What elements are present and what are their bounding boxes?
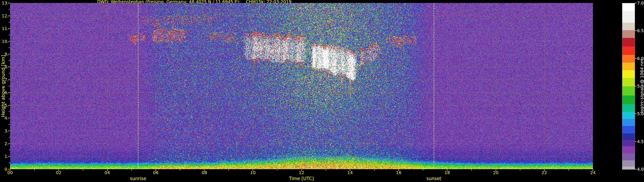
y-minor-tick-mark [9,163,10,163]
x-minor-tick-mark [180,169,180,171]
x-tick-label: 02 [54,170,63,175]
y-tick-label: 7. [0,77,8,82]
y-minor-tick-mark [9,9,10,10]
y-minor-tick-mark [9,111,10,112]
x-tick-label: 20 [491,170,500,175]
y-tick-label: 12. [0,13,8,18]
colorbar-tick-mark [635,113,636,114]
y-minor-tick-mark [9,150,10,150]
colorbar-tick-label: 5.5 [637,84,644,89]
colorbar [622,3,635,170]
y-minor-tick-mark [9,22,10,22]
heatmap-plot-area [10,3,593,169]
x-axis-label: Time [UTC] [289,176,314,181]
y-minor-tick-mark [9,73,10,74]
colorbar-tick-label: 6.5 [637,28,644,33]
y-tick-label: 3. [0,128,8,133]
x-tick-label: 00 [5,170,15,175]
y-minor-tick-mark [9,99,10,99]
colorbar-tick-label: 4.5 [637,139,644,144]
colorbar-tick-mark [635,3,636,3]
y-tick-label: 9. [0,52,8,57]
y-tick-label: 13. [0,1,8,5]
y-tick-label: 6. [0,90,8,95]
x-minor-tick-mark [374,169,374,171]
y-tick-label: 8. [0,65,8,69]
x-tick-label: 10 [248,170,258,175]
x-tick-label: 04 [102,170,112,175]
x-minor-tick-mark [228,169,229,171]
sunset-annotation: sunset [426,176,441,181]
x-minor-tick-mark [326,169,326,171]
y-minor-tick-mark [9,48,10,48]
colorbar-tick-mark [635,30,636,31]
y-minor-tick-mark [9,124,10,125]
y-tick-label: 2. [0,141,8,146]
x-minor-tick-mark [132,169,132,171]
x-tick-label: 22 [540,170,549,175]
y-minor-tick-mark [9,60,10,61]
y-tick-label: 11. [0,26,8,31]
x-minor-tick-mark [520,169,520,171]
y-tick-label: 5. [0,103,8,108]
sunrise-annotation: sunrise [130,176,146,181]
colorbar-tick-label: 5.0 [637,111,644,116]
y-tick-label: 1. [0,154,8,159]
x-tick-label: 18 [442,170,452,175]
y-tick-label: 10. [0,39,8,44]
colorbar-tick-label: 4.0 [637,167,644,172]
x-minor-tick-mark [568,169,569,171]
colorbar-tick-label: 6.0 [637,56,644,61]
colorbar-tick-mark [635,86,636,86]
x-minor-tick-mark [471,169,472,171]
x-tick-label: 12 [297,170,306,175]
x-minor-tick-mark [423,169,423,171]
x-tick-label: 16 [394,170,403,175]
y-minor-tick-mark [9,35,10,35]
colorbar-tick-mark [635,141,636,142]
colorbar-tick-label: 7.0 [637,1,644,5]
colorbar-tick-mark [635,169,636,169]
y-minor-tick-mark [9,86,10,86]
x-minor-tick-mark [83,169,83,171]
y-tick-label: 4. [0,116,8,120]
x-tick-label: 14 [346,170,355,175]
colorbar-tick-mark [635,58,636,59]
x-tick-label: 24 [588,170,598,175]
x-tick-label: 08 [200,170,209,175]
y-minor-tick-mark [9,137,10,137]
x-tick-label: 06 [151,170,160,175]
ceilometer-quicklook-figure: DWD: Weihenstephan (Freising, Germany; 4… [0,0,644,182]
x-minor-tick-mark [277,169,277,171]
x-minor-tick-mark [34,169,34,171]
